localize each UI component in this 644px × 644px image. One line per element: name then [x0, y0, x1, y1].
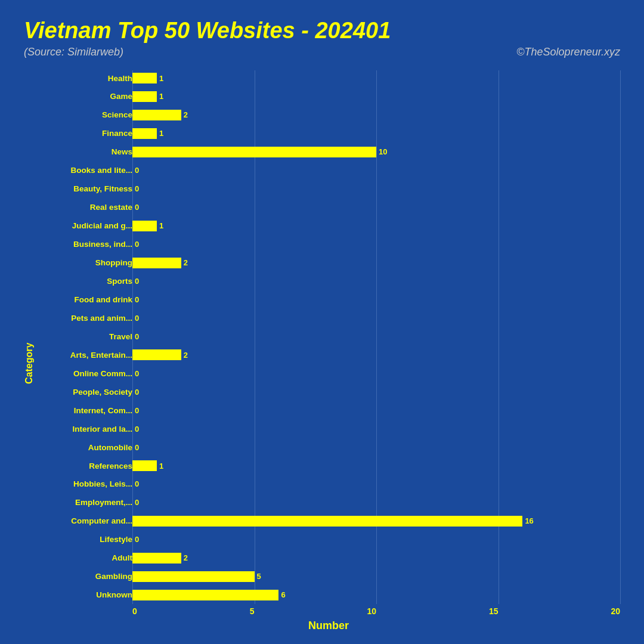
category-label: Business, ind...: [73, 237, 132, 252]
copyright-text: ©TheSolopreneur.xyz: [516, 46, 620, 58]
category-label: Adult: [112, 550, 133, 566]
bar-row: 1: [132, 218, 620, 234]
bar-value-zero: 0: [135, 203, 139, 212]
bar-row: 0: [132, 439, 620, 455]
category-label: Automobile: [88, 439, 132, 455]
category-labels: HealthGameScienceFinanceNewsBooks and li…: [37, 70, 132, 604]
category-label: Books and lite...: [70, 163, 132, 178]
category-label: Employment,...: [75, 495, 132, 510]
category-label: News: [112, 144, 132, 160]
category-label: Pets and anim...: [71, 310, 132, 326]
bar-value-zero: 0: [135, 498, 139, 507]
chart-title: Vietnam Top 50 Websites - 202401: [24, 18, 620, 44]
bar-value-zero: 0: [135, 425, 139, 434]
source-text: (Source: Similarweb): [24, 46, 123, 58]
category-label: Interior and la...: [72, 421, 132, 436]
category-label: Real estate: [90, 200, 132, 215]
bar: [132, 91, 157, 102]
bar-row: 0: [132, 366, 620, 381]
bar-value-zero: 0: [135, 443, 139, 452]
bar: [132, 258, 181, 268]
bar-row: 16: [132, 513, 620, 529]
category-label: People, Society: [73, 384, 132, 400]
x-axis-tick: 15: [489, 606, 499, 616]
grid-line: [620, 70, 621, 604]
x-axis-tick: 10: [367, 606, 376, 616]
y-axis-label: Category: [24, 70, 35, 632]
bar-value-zero: 0: [135, 535, 139, 544]
x-axis-tick: 0: [132, 606, 137, 616]
bar-row: 0: [132, 163, 620, 178]
bar-row: 1: [132, 89, 620, 104]
chart-inner: HealthGameScienceFinanceNewsBooks and li…: [37, 70, 620, 632]
category-label: Gambling: [95, 569, 132, 584]
bar-value: 2: [184, 110, 188, 119]
bar-row: 2: [132, 550, 620, 566]
bar-value: 1: [159, 462, 163, 470]
bar-value: 6: [281, 590, 285, 599]
category-label: Shopping: [95, 255, 132, 271]
bar-row: 0: [132, 310, 620, 326]
bar-row: 1: [132, 70, 620, 86]
x-axis-labels: 05101520: [132, 606, 620, 616]
category-label: Sports: [107, 273, 132, 289]
bar-row: 0: [132, 237, 620, 252]
bar-value: 16: [525, 516, 533, 525]
category-label: Unknown: [96, 587, 132, 603]
bar-value-zero: 0: [135, 277, 139, 286]
bar-value-zero: 0: [135, 295, 139, 304]
category-label: References: [89, 458, 132, 473]
bar-row: 0: [132, 532, 620, 547]
bar-row: 0: [132, 476, 620, 492]
x-axis: 05101520: [132, 604, 620, 616]
bar-row: 0: [132, 292, 620, 307]
category-label: Game: [110, 89, 132, 104]
bar-value-zero: 0: [135, 166, 139, 175]
bar: [132, 221, 157, 231]
bar: [132, 553, 181, 564]
bar-value-zero: 0: [135, 388, 139, 397]
bar-value: 1: [159, 129, 163, 138]
bar-value-zero: 0: [135, 240, 139, 249]
bar-row: 1: [132, 458, 620, 473]
bar-row: 0: [132, 421, 620, 436]
bar-value: 1: [159, 221, 163, 230]
bar-row: 0: [132, 384, 620, 400]
bar-value-zero: 0: [135, 314, 139, 323]
bar-value-zero: 0: [135, 369, 139, 378]
chart-area: Category HealthGameScienceFinanceNewsBoo…: [24, 70, 620, 632]
bar-row: 1: [132, 126, 620, 141]
bar-row: 2: [132, 107, 620, 123]
bar: [132, 349, 181, 360]
bar-value: 2: [184, 351, 188, 360]
bar-row: 0: [132, 181, 620, 197]
bar-value-zero: 0: [135, 479, 139, 488]
bar: [132, 516, 522, 527]
category-label: Internet, Com...: [74, 402, 132, 418]
bar-value: 1: [159, 74, 163, 83]
bar: [132, 460, 157, 471]
category-label: Health: [108, 70, 132, 86]
bar-row: 5: [132, 569, 620, 584]
bar: [132, 147, 376, 157]
category-label: Science: [102, 107, 132, 123]
bar-value-zero: 0: [135, 332, 139, 341]
category-label: Hobbies, Leis...: [73, 476, 132, 492]
bar-value: 2: [184, 553, 188, 562]
bars-section: HealthGameScienceFinanceNewsBooks and li…: [37, 70, 620, 604]
category-label: Computer and...: [71, 513, 132, 529]
x-axis-title: Number: [37, 620, 620, 632]
bar-row: 0: [132, 329, 620, 344]
bar-value-zero: 0: [135, 406, 139, 415]
x-axis-tick: 20: [611, 606, 620, 616]
main-container: Vietnam Top 50 Websites - 202401 (Source…: [0, 0, 644, 644]
bar-value: 5: [257, 572, 261, 581]
category-label: Beauty, Fitness: [73, 181, 132, 197]
category-label: Lifestyle: [100, 532, 132, 547]
bar-row: 10: [132, 144, 620, 160]
category-label: Food and drink: [75, 292, 133, 307]
bar-row: 0: [132, 273, 620, 289]
x-axis-tick: 5: [250, 606, 255, 616]
bar-value-zero: 0: [135, 184, 139, 193]
bar-row: 0: [132, 402, 620, 418]
